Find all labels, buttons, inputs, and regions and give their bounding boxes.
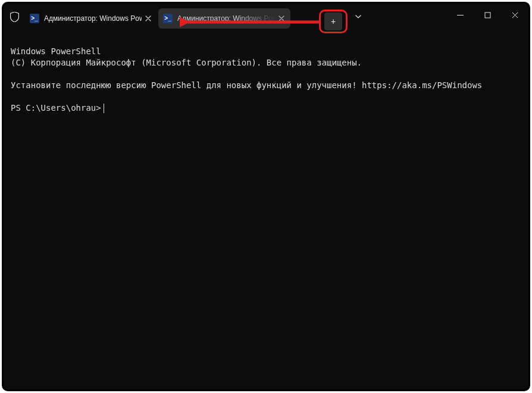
tab-2-close-icon[interactable] (276, 13, 287, 24)
admin-shield-icon (7, 4, 21, 30)
terminal-line: (C) Корпорация Майкрософт (Microsoft Cor… (11, 58, 362, 67)
minimize-button[interactable] (446, 4, 474, 26)
terminal-line: Windows PowerShell (11, 46, 101, 56)
powershell-icon: >_ (163, 14, 173, 23)
powershell-icon: >_ (30, 14, 39, 23)
window-controls (446, 4, 528, 26)
svg-rect-1 (485, 13, 490, 18)
terminal-window: >_ Администратор: Windows PowerShell >_ … (2, 2, 530, 391)
terminal-body[interactable]: Windows PowerShell (C) Корпорация Майкро… (4, 30, 528, 144)
terminal-prompt: PS C:\Users\ohrau> (11, 102, 101, 114)
maximize-button[interactable] (474, 4, 501, 26)
tab-1-title: Администратор: Windows PowerShell (44, 14, 142, 23)
text-cursor (104, 104, 104, 113)
tab-2[interactable]: >_ Администратор: Windows PowerShell (158, 8, 290, 29)
tab-1[interactable]: >_ Администратор: Windows PowerShell (25, 8, 157, 29)
terminal-line: Установите последнюю версию PowerShell д… (11, 80, 482, 90)
close-button[interactable] (501, 4, 528, 26)
tab-2-title: Администратор: Windows PowerShell (177, 14, 275, 23)
tab-1-close-icon[interactable] (143, 13, 154, 24)
new-tab-dropdown[interactable] (351, 4, 365, 30)
new-tab-button[interactable]: + (324, 13, 342, 30)
title-bar: >_ Администратор: Windows PowerShell >_ … (4, 4, 528, 30)
